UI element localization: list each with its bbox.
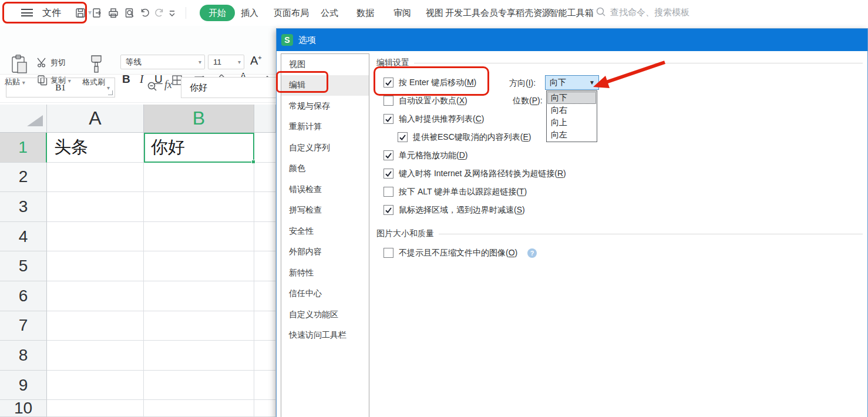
undo-icon[interactable] [139,7,152,20]
cell-B6[interactable] [144,281,254,311]
name-box-caret-icon[interactable]: ▾ [107,85,110,91]
dialog-sidebar-item[interactable]: 颜色 [281,159,369,180]
font-size-select[interactable]: 11▾ [208,55,244,69]
paste-icon[interactable] [11,54,28,76]
checkbox[interactable] [383,150,393,160]
cut-button[interactable]: 剪切 [51,58,66,68]
row-header-9[interactable]: 9 [0,371,47,401]
select-all-corner[interactable] [0,105,47,133]
zoom-out-icon[interactable] [147,81,159,95]
checkbox[interactable] [398,132,408,142]
cell-A8[interactable] [47,341,144,371]
cell-A2[interactable] [47,163,144,193]
cell-A5[interactable] [47,251,144,281]
cell-A1[interactable]: 头条 [47,133,144,163]
row-header-6[interactable]: 6 [0,281,47,311]
cell-c3[interactable] [254,192,276,222]
dialog-sidebar-item[interactable]: 安全性 [281,221,369,242]
menu-tab-3[interactable]: 公式 [321,8,338,19]
redo-icon[interactable] [153,7,166,20]
grow-font-button[interactable]: A+ [250,54,262,68]
row-header-4[interactable]: 4 [0,222,47,252]
cell-c9[interactable] [254,371,276,401]
row-header-5[interactable]: 5 [0,251,47,281]
cell-c1[interactable] [254,133,276,163]
dropdown-option[interactable]: 向上 [547,116,596,129]
cell-A9[interactable] [47,371,144,401]
cell-B7[interactable] [144,311,254,341]
dialog-sidebar-item[interactable]: 拼写检查 [281,200,369,221]
dialog-sidebar-item[interactable]: 信任中心 [281,284,369,305]
menu-tab-1[interactable]: 插入 [241,8,258,19]
tab-start-active[interactable]: 开始 [200,5,235,21]
name-box[interactable]: B1▾ [6,78,115,97]
checkbox[interactable] [383,248,393,258]
checkbox[interactable] [383,114,393,124]
dialog-title-bar[interactable]: S 选项 [277,29,867,51]
dialog-sidebar-item[interactable]: 新特性 [281,263,369,284]
dialog-sidebar-item[interactable]: 重新计算 [281,117,369,138]
row-header-1[interactable]: 1 [0,133,47,163]
cell-B2[interactable] [144,163,254,193]
fill-handle[interactable] [251,160,255,164]
row-header-3[interactable]: 3 [0,192,47,222]
dialog-sidebar-item[interactable]: 自定义功能区 [281,304,369,325]
cell-c4[interactable] [254,222,276,252]
cell-B4[interactable] [144,222,254,252]
checkbox[interactable] [383,96,393,106]
italic-button[interactable]: I [140,73,143,86]
dropdown-option[interactable]: 向左 [547,129,596,141]
dialog-sidebar-item[interactable]: 快速访问工具栏 [281,325,369,347]
menu-tab-7[interactable]: 开发工具 [445,8,480,19]
dropdown-option[interactable]: 向下 [547,92,596,104]
bold-button[interactable]: B [122,73,130,86]
menu-tab-9[interactable]: 稻壳资源 [516,8,551,19]
help-icon[interactable]: ? [527,248,537,258]
cell-B8[interactable] [144,341,254,371]
formula-input[interactable]: 你好 [181,77,277,98]
fx-icon[interactable]: fx [164,79,172,91]
cell-A7[interactable] [47,311,144,341]
quickbar-more-icon[interactable] [168,9,181,22]
checkbox[interactable] [383,205,393,215]
cell-B3[interactable] [144,192,254,222]
menu-tab-8[interactable]: 会员专享 [480,8,516,19]
menu-tab-4[interactable]: 数据 [356,8,374,19]
cell-c7[interactable] [254,311,276,341]
cell-c8[interactable] [254,341,276,371]
cell-A3[interactable] [47,192,144,222]
dialog-sidebar-item[interactable]: 外部内容 [281,242,369,263]
menu-tab-6[interactable]: 视图 [426,8,443,19]
print-icon[interactable] [107,7,120,20]
export-icon[interactable] [91,7,104,20]
row-header-8[interactable]: 8 [0,341,47,371]
column-header-b[interactable]: B [144,105,254,133]
print-preview-icon[interactable] [124,7,137,20]
font-name-select[interactable]: 等线▾ [120,55,205,69]
cut-icon[interactable] [36,56,48,70]
cell-c5[interactable] [254,251,276,281]
row-header-7[interactable]: 7 [0,311,47,341]
dialog-sidebar-item[interactable]: 常规与保存 [281,96,369,117]
dialog-sidebar-item[interactable]: 错误检查 [281,179,369,200]
cell-A6[interactable] [47,281,144,311]
cell-B5[interactable] [144,251,254,281]
cell-B9[interactable] [144,371,254,401]
cell-c10[interactable] [254,400,276,417]
column-header-a[interactable]: A [47,105,144,133]
format-painter-icon[interactable] [88,54,105,76]
menu-tab-10[interactable]: 智能工具箱 [550,8,594,19]
menu-tab-2[interactable]: 页面布局 [274,8,309,19]
dialog-sidebar-item[interactable]: 自定义序列 [281,137,369,159]
menu-tab-5[interactable]: 审阅 [393,8,411,19]
cell-A4[interactable] [47,222,144,252]
checkbox[interactable] [383,169,393,179]
row-header-2[interactable]: 2 [0,163,47,193]
command-search[interactable]: 查找命令、搜索模板 [596,6,689,19]
cell-c6[interactable] [254,281,276,311]
dropdown-option[interactable]: 向右 [547,104,596,116]
row-header-10[interactable]: 10 [0,400,47,417]
checkbox[interactable] [383,187,393,197]
column-header[interactable] [254,105,276,133]
cell-B10[interactable] [144,400,254,417]
